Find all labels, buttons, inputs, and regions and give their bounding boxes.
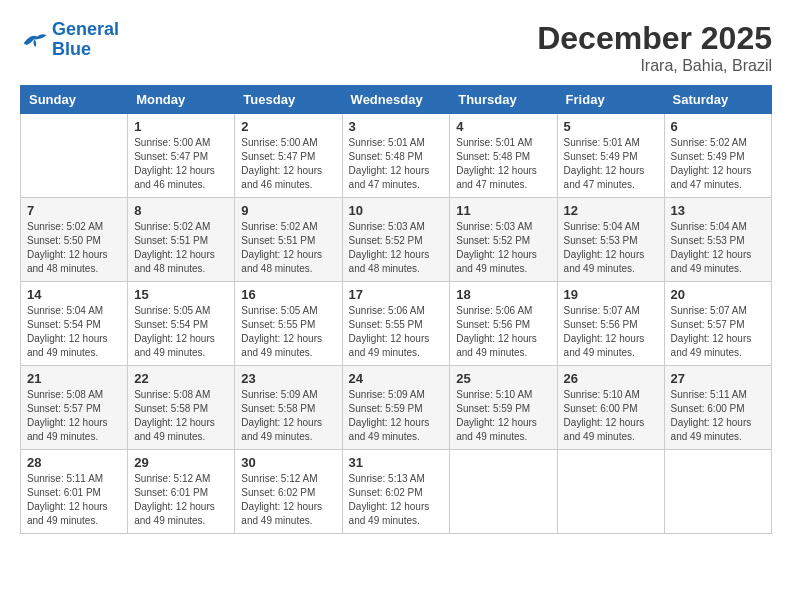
calendar-cell: 13Sunrise: 5:04 AM Sunset: 5:53 PM Dayli… — [664, 198, 771, 282]
weekday-header-monday: Monday — [128, 86, 235, 114]
week-row-5: 28Sunrise: 5:11 AM Sunset: 6:01 PM Dayli… — [21, 450, 772, 534]
calendar-cell: 20Sunrise: 5:07 AM Sunset: 5:57 PM Dayli… — [664, 282, 771, 366]
calendar-cell: 27Sunrise: 5:11 AM Sunset: 6:00 PM Dayli… — [664, 366, 771, 450]
calendar-table: SundayMondayTuesdayWednesdayThursdayFrid… — [20, 85, 772, 534]
day-number: 7 — [27, 203, 121, 218]
day-info: Sunrise: 5:02 AM Sunset: 5:50 PM Dayligh… — [27, 220, 121, 276]
day-info: Sunrise: 5:02 AM Sunset: 5:51 PM Dayligh… — [134, 220, 228, 276]
day-number: 23 — [241, 371, 335, 386]
day-number: 1 — [134, 119, 228, 134]
calendar-cell: 1Sunrise: 5:00 AM Sunset: 5:47 PM Daylig… — [128, 114, 235, 198]
day-info: Sunrise: 5:01 AM Sunset: 5:48 PM Dayligh… — [349, 136, 444, 192]
day-number: 4 — [456, 119, 550, 134]
logo-icon — [20, 29, 48, 51]
calendar-cell: 16Sunrise: 5:05 AM Sunset: 5:55 PM Dayli… — [235, 282, 342, 366]
day-info: Sunrise: 5:04 AM Sunset: 5:53 PM Dayligh… — [671, 220, 765, 276]
day-number: 13 — [671, 203, 765, 218]
day-number: 9 — [241, 203, 335, 218]
calendar-cell — [664, 450, 771, 534]
day-number: 29 — [134, 455, 228, 470]
day-number: 16 — [241, 287, 335, 302]
day-number: 17 — [349, 287, 444, 302]
calendar-cell: 23Sunrise: 5:09 AM Sunset: 5:58 PM Dayli… — [235, 366, 342, 450]
calendar-cell: 26Sunrise: 5:10 AM Sunset: 6:00 PM Dayli… — [557, 366, 664, 450]
day-info: Sunrise: 5:00 AM Sunset: 5:47 PM Dayligh… — [241, 136, 335, 192]
logo: General Blue — [20, 20, 119, 60]
day-info: Sunrise: 5:08 AM Sunset: 5:58 PM Dayligh… — [134, 388, 228, 444]
day-info: Sunrise: 5:01 AM Sunset: 5:48 PM Dayligh… — [456, 136, 550, 192]
calendar-cell: 4Sunrise: 5:01 AM Sunset: 5:48 PM Daylig… — [450, 114, 557, 198]
day-info: Sunrise: 5:00 AM Sunset: 5:47 PM Dayligh… — [134, 136, 228, 192]
day-info: Sunrise: 5:13 AM Sunset: 6:02 PM Dayligh… — [349, 472, 444, 528]
weekday-header-thursday: Thursday — [450, 86, 557, 114]
day-info: Sunrise: 5:04 AM Sunset: 5:53 PM Dayligh… — [564, 220, 658, 276]
weekday-header-sunday: Sunday — [21, 86, 128, 114]
calendar-cell: 10Sunrise: 5:03 AM Sunset: 5:52 PM Dayli… — [342, 198, 450, 282]
day-info: Sunrise: 5:07 AM Sunset: 5:57 PM Dayligh… — [671, 304, 765, 360]
day-number: 26 — [564, 371, 658, 386]
weekday-header-saturday: Saturday — [664, 86, 771, 114]
calendar-cell: 18Sunrise: 5:06 AM Sunset: 5:56 PM Dayli… — [450, 282, 557, 366]
calendar-cell: 19Sunrise: 5:07 AM Sunset: 5:56 PM Dayli… — [557, 282, 664, 366]
day-info: Sunrise: 5:09 AM Sunset: 5:58 PM Dayligh… — [241, 388, 335, 444]
calendar-cell — [21, 114, 128, 198]
weekday-header-tuesday: Tuesday — [235, 86, 342, 114]
day-number: 14 — [27, 287, 121, 302]
day-info: Sunrise: 5:06 AM Sunset: 5:56 PM Dayligh… — [456, 304, 550, 360]
calendar-cell: 21Sunrise: 5:08 AM Sunset: 5:57 PM Dayli… — [21, 366, 128, 450]
day-info: Sunrise: 5:02 AM Sunset: 5:51 PM Dayligh… — [241, 220, 335, 276]
calendar-cell — [557, 450, 664, 534]
day-number: 31 — [349, 455, 444, 470]
calendar-cell: 30Sunrise: 5:12 AM Sunset: 6:02 PM Dayli… — [235, 450, 342, 534]
day-info: Sunrise: 5:01 AM Sunset: 5:49 PM Dayligh… — [564, 136, 658, 192]
calendar-cell: 25Sunrise: 5:10 AM Sunset: 5:59 PM Dayli… — [450, 366, 557, 450]
calendar-cell: 3Sunrise: 5:01 AM Sunset: 5:48 PM Daylig… — [342, 114, 450, 198]
day-info: Sunrise: 5:03 AM Sunset: 5:52 PM Dayligh… — [456, 220, 550, 276]
calendar-cell: 31Sunrise: 5:13 AM Sunset: 6:02 PM Dayli… — [342, 450, 450, 534]
calendar-cell: 6Sunrise: 5:02 AM Sunset: 5:49 PM Daylig… — [664, 114, 771, 198]
page-header: General Blue December 2025 Irara, Bahia,… — [20, 20, 772, 75]
weekday-header-wednesday: Wednesday — [342, 86, 450, 114]
day-info: Sunrise: 5:08 AM Sunset: 5:57 PM Dayligh… — [27, 388, 121, 444]
day-number: 30 — [241, 455, 335, 470]
day-info: Sunrise: 5:06 AM Sunset: 5:55 PM Dayligh… — [349, 304, 444, 360]
week-row-3: 14Sunrise: 5:04 AM Sunset: 5:54 PM Dayli… — [21, 282, 772, 366]
day-number: 12 — [564, 203, 658, 218]
calendar-cell: 15Sunrise: 5:05 AM Sunset: 5:54 PM Dayli… — [128, 282, 235, 366]
day-info: Sunrise: 5:12 AM Sunset: 6:02 PM Dayligh… — [241, 472, 335, 528]
calendar-cell — [450, 450, 557, 534]
day-info: Sunrise: 5:04 AM Sunset: 5:54 PM Dayligh… — [27, 304, 121, 360]
day-info: Sunrise: 5:02 AM Sunset: 5:49 PM Dayligh… — [671, 136, 765, 192]
calendar-cell: 5Sunrise: 5:01 AM Sunset: 5:49 PM Daylig… — [557, 114, 664, 198]
day-number: 2 — [241, 119, 335, 134]
day-number: 10 — [349, 203, 444, 218]
weekday-header-row: SundayMondayTuesdayWednesdayThursdayFrid… — [21, 86, 772, 114]
calendar-cell: 24Sunrise: 5:09 AM Sunset: 5:59 PM Dayli… — [342, 366, 450, 450]
day-number: 19 — [564, 287, 658, 302]
calendar-cell: 29Sunrise: 5:12 AM Sunset: 6:01 PM Dayli… — [128, 450, 235, 534]
calendar-cell: 28Sunrise: 5:11 AM Sunset: 6:01 PM Dayli… — [21, 450, 128, 534]
day-number: 5 — [564, 119, 658, 134]
day-info: Sunrise: 5:11 AM Sunset: 6:01 PM Dayligh… — [27, 472, 121, 528]
day-number: 8 — [134, 203, 228, 218]
calendar-cell: 8Sunrise: 5:02 AM Sunset: 5:51 PM Daylig… — [128, 198, 235, 282]
week-row-2: 7Sunrise: 5:02 AM Sunset: 5:50 PM Daylig… — [21, 198, 772, 282]
location-title: Irara, Bahia, Brazil — [537, 57, 772, 75]
day-number: 3 — [349, 119, 444, 134]
day-number: 22 — [134, 371, 228, 386]
day-info: Sunrise: 5:10 AM Sunset: 5:59 PM Dayligh… — [456, 388, 550, 444]
logo-text: General Blue — [52, 20, 119, 60]
calendar-cell: 22Sunrise: 5:08 AM Sunset: 5:58 PM Dayli… — [128, 366, 235, 450]
day-number: 24 — [349, 371, 444, 386]
day-info: Sunrise: 5:10 AM Sunset: 6:00 PM Dayligh… — [564, 388, 658, 444]
day-number: 20 — [671, 287, 765, 302]
day-number: 11 — [456, 203, 550, 218]
calendar-cell: 11Sunrise: 5:03 AM Sunset: 5:52 PM Dayli… — [450, 198, 557, 282]
title-section: December 2025 Irara, Bahia, Brazil — [537, 20, 772, 75]
day-number: 18 — [456, 287, 550, 302]
day-info: Sunrise: 5:07 AM Sunset: 5:56 PM Dayligh… — [564, 304, 658, 360]
weekday-header-friday: Friday — [557, 86, 664, 114]
calendar-cell: 17Sunrise: 5:06 AM Sunset: 5:55 PM Dayli… — [342, 282, 450, 366]
calendar-cell: 7Sunrise: 5:02 AM Sunset: 5:50 PM Daylig… — [21, 198, 128, 282]
day-number: 6 — [671, 119, 765, 134]
